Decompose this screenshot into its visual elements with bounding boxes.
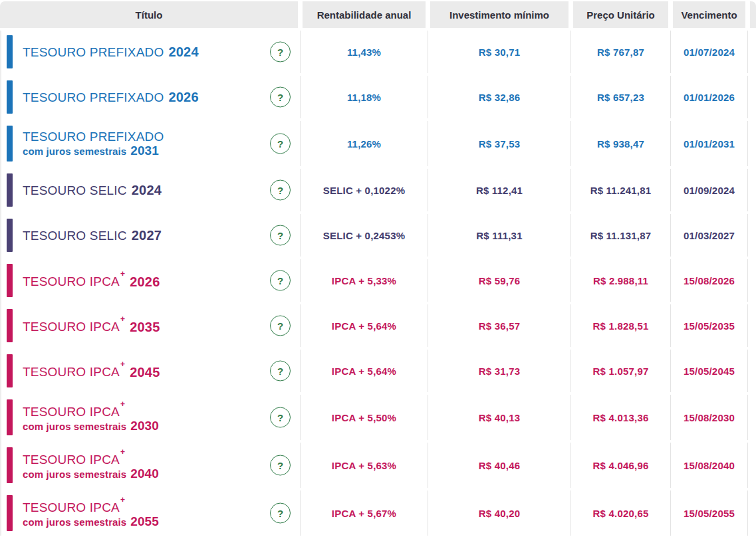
- bond-row[interactable]: TESOURO PREFIXADO2026 ? 11,18% R$ 32,86 …: [1, 76, 756, 118]
- bond-year: 2045: [130, 365, 160, 379]
- bond-title-cell: TESOURO SELIC2024 ?: [1, 169, 300, 211]
- bond-title-line1: TESOURO IPCA+2035: [23, 316, 160, 334]
- unit-price-value: R$ 767,87: [597, 47, 644, 58]
- bond-title-line1: TESOURO SELIC2027: [23, 228, 162, 243]
- bond-year: 2035: [130, 320, 160, 334]
- maturity-date-value: 15/05/2045: [684, 366, 735, 377]
- bond-row[interactable]: TESOURO IPCA+2045 ? IPCA + 5,64% R$ 31,7…: [1, 350, 756, 392]
- annual-rate-value: IPCA + 5,64%: [332, 366, 396, 377]
- min-investment-value: R$ 112,41: [476, 185, 523, 196]
- cutoff-sliver-cell: [747, 304, 756, 347]
- help-icon[interactable]: ?: [270, 407, 291, 428]
- min-investment-value: R$ 32,86: [479, 92, 520, 103]
- help-icon[interactable]: ?: [270, 270, 291, 291]
- bond-year: 2055: [130, 514, 159, 528]
- unit-price-value: R$ 2.988,11: [593, 275, 648, 286]
- bond-color-bar: [7, 354, 13, 387]
- min-investment-value: R$ 40,46: [479, 460, 520, 471]
- bond-row[interactable]: TESOURO IPCA+2026 ? IPCA + 5,33% R$ 59,7…: [1, 259, 756, 302]
- bond-title-line1: TESOURO PREFIXADO2024: [23, 45, 199, 60]
- help-icon[interactable]: ?: [270, 316, 291, 336]
- min-investment-cell: R$ 111,31: [428, 214, 570, 257]
- maturity-cell: 01/03/2027: [670, 214, 747, 257]
- min-investment-cell: R$ 37,53: [428, 121, 570, 166]
- help-icon[interactable]: ?: [270, 87, 291, 108]
- bond-name: TESOURO PREFIXADO: [23, 130, 164, 144]
- bond-year: 2026: [130, 274, 160, 289]
- bond-year: 2040: [130, 467, 159, 481]
- column-header-investimento-minimo: Investimento mínimo: [430, 1, 568, 28]
- bond-name: TESOURO PREFIXADO: [23, 45, 164, 59]
- bond-subtitle: com juros semestrais: [23, 421, 126, 432]
- unit-price-value: R$ 1.828,51: [593, 320, 649, 332]
- maturity-date-value: 01/01/2031: [684, 138, 735, 150]
- bond-name: TESOURO IPCA: [23, 366, 120, 379]
- bond-title: TESOURO IPCA+ com juros semestrais2055: [23, 497, 159, 529]
- min-investment-value: R$ 36,57: [479, 320, 520, 332]
- bond-name: TESOURO IPCA: [23, 500, 120, 514]
- bond-year: 2030: [130, 419, 159, 433]
- cutoff-sliver-cell: [747, 31, 756, 73]
- column-header-vencimento: Vencimento: [673, 1, 745, 28]
- bond-plus-superscript: +: [120, 314, 125, 324]
- maturity-cell: 01/01/2031: [670, 121, 747, 166]
- bond-year: 2024: [132, 183, 162, 197]
- bond-title-cell: TESOURO IPCA+2026 ?: [1, 259, 300, 302]
- help-icon[interactable]: ?: [270, 180, 291, 201]
- bond-subtitle: com juros semestrais: [23, 146, 126, 157]
- bond-row[interactable]: TESOURO SELIC2024 ? SELIC + 0,1022% R$ 1…: [1, 169, 756, 211]
- help-icon[interactable]: ?: [270, 455, 291, 476]
- bond-row[interactable]: TESOURO PREFIXADO2024 ? 11,43% R$ 30,71 …: [1, 31, 756, 73]
- unit-price-value: R$ 938,47: [597, 138, 644, 150]
- maturity-date-value: 15/05/2035: [684, 320, 735, 332]
- bond-row[interactable]: TESOURO IPCA+2035 ? IPCA + 5,64% R$ 36,5…: [1, 304, 756, 347]
- min-investment-value: R$ 111,31: [476, 230, 522, 241]
- annual-rate-cell: SELIC + 0,2453%: [300, 214, 428, 257]
- annual-rate-cell: SELIC + 0,1022%: [300, 169, 428, 211]
- cutoff-sliver-cell: [747, 395, 756, 440]
- min-investment-value: R$ 40,13: [479, 412, 520, 423]
- annual-rate-value: IPCA + 5,67%: [332, 508, 396, 519]
- bond-title-line1: TESOURO SELIC2024: [23, 183, 162, 198]
- bond-title-line2: com juros semestrais2055: [23, 515, 159, 529]
- min-investment-cell: R$ 40,13: [428, 395, 570, 440]
- annual-rate-value: 11,43%: [347, 47, 381, 58]
- bond-title-cell: TESOURO SELIC2027 ?: [1, 214, 300, 257]
- bond-title: TESOURO IPCA+ com juros semestrais2030: [23, 401, 159, 433]
- unit-price-cell: R$ 11.131,87: [570, 214, 670, 257]
- annual-rate-value: IPCA + 5,63%: [332, 460, 396, 471]
- bond-title-cell: TESOURO IPCA+ com juros semestrais2055 ?: [1, 490, 300, 536]
- help-icon[interactable]: ?: [270, 503, 291, 524]
- bond-rows: TESOURO PREFIXADO2024 ? 11,43% R$ 30,71 …: [0, 31, 756, 536]
- column-header-titulo: Título: [0, 1, 298, 28]
- bond-row[interactable]: TESOURO IPCA+ com juros semestrais2055 ?…: [1, 490, 756, 536]
- annual-rate-value: SELIC + 0,1022%: [323, 185, 405, 196]
- annual-rate-cell: IPCA + 5,63%: [300, 443, 428, 488]
- min-investment-cell: R$ 36,57: [428, 304, 570, 347]
- bond-title: TESOURO IPCA+2045: [23, 362, 160, 379]
- bond-subtitle: com juros semestrais: [23, 516, 126, 528]
- annual-rate-cell: 11,43%: [300, 31, 428, 73]
- help-icon[interactable]: ?: [270, 361, 291, 381]
- maturity-cell: 01/09/2024: [670, 169, 747, 211]
- unit-price-cell: R$ 2.988,11: [570, 259, 670, 302]
- bond-subtitle: com juros semestrais: [23, 469, 126, 480]
- help-icon[interactable]: ?: [270, 42, 291, 62]
- maturity-cell: 15/08/2030: [670, 395, 747, 440]
- bond-plus-superscript: +: [120, 399, 125, 409]
- bond-row[interactable]: TESOURO IPCA+ com juros semestrais2030 ?…: [1, 395, 756, 440]
- bond-row[interactable]: TESOURO IPCA+ com juros semestrais2040 ?…: [1, 443, 756, 488]
- help-icon[interactable]: ?: [270, 134, 291, 154]
- bond-row[interactable]: TESOURO PREFIXADO com juros semestrais20…: [1, 121, 756, 166]
- annual-rate-cell: 11,26%: [300, 121, 428, 166]
- bond-row[interactable]: TESOURO SELIC2027 ? SELIC + 0,2453% R$ 1…: [1, 214, 756, 257]
- column-header-rentabilidade-anual: Rentabilidade anual: [303, 1, 426, 28]
- cutoff-sliver-cell: [747, 443, 756, 488]
- bond-title-line2: com juros semestrais2031: [23, 144, 164, 158]
- bond-title-line1: TESOURO PREFIXADO2026: [23, 90, 199, 105]
- maturity-date-value: 01/03/2027: [684, 230, 735, 241]
- annual-rate-value: 11,18%: [347, 92, 381, 103]
- help-icon[interactable]: ?: [270, 225, 291, 246]
- bond-title-line2: com juros semestrais2030: [23, 419, 159, 433]
- unit-price-cell: R$ 1.828,51: [570, 304, 670, 347]
